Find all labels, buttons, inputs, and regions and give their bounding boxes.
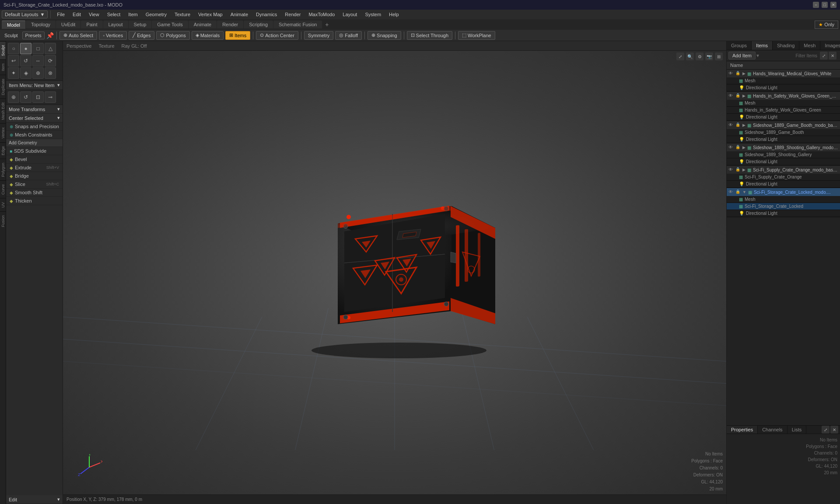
viewport-render-label[interactable]: Texture — [98, 43, 114, 49]
tool-redo-icon[interactable]: ↺ — [20, 55, 32, 66]
vert-tab-uv[interactable]: UV — [0, 198, 6, 211]
vert-tab-mesh-edit[interactable]: Mesh Edit — [0, 98, 6, 123]
menu-geometry[interactable]: Geometry — [142, 11, 170, 18]
item-group-header-storage-crate[interactable]: 👁 🔒 ▼ ▦ Sci-Fi_Storage_Crate_Locked_modo… — [727, 188, 840, 196]
items-close-icon[interactable]: ✕ — [829, 52, 836, 60]
item-sub-directional-light-3[interactable]: 💡 Directional Light — [727, 136, 840, 143]
menu-select[interactable]: Select — [104, 11, 124, 18]
eye-icon-3[interactable]: 👁 — [728, 122, 734, 128]
tool-circle-icon[interactable]: ○ — [8, 43, 19, 54]
tab-setup[interactable]: Setup — [129, 21, 152, 28]
item-sub-mesh-2[interactable]: ▦ Mesh — [727, 100, 840, 107]
tab-mesh[interactable]: Mesh — [799, 41, 820, 50]
chevron-icon-4[interactable]: ▶ — [742, 145, 746, 150]
tab-animate[interactable]: Animate — [189, 21, 217, 28]
item-sub-directional-light-2[interactable]: 💡 Directional Light — [727, 114, 840, 121]
select-through-button[interactable]: ⊡ Select Through — [407, 31, 452, 40]
viewport-canvas[interactable]: ⤢ 🔍 ⚙ 📷 ⊞ X Y Z — [63, 51, 726, 494]
mesh-constraints-item[interactable]: ⊕ Mesh Constraints — [6, 131, 63, 139]
item-sub-directional-light-4[interactable]: 💡 Directional Light — [727, 158, 840, 165]
item-sub-mesh-1[interactable]: ▦ Mesh — [727, 77, 840, 84]
presets-pin-icon[interactable]: 📌 — [46, 32, 54, 39]
transform-extra-icon[interactable]: ⊸ — [45, 91, 56, 103]
menu-animate[interactable]: Animate — [227, 11, 252, 18]
add-geometry-header[interactable]: Add Geometry — [6, 139, 63, 147]
tab-render[interactable]: Render — [217, 21, 243, 28]
vert-tab-item[interactable]: Item — [0, 60, 6, 75]
tab-topology[interactable]: Topology — [26, 21, 56, 28]
chevron-icon[interactable]: ▶ — [742, 71, 746, 76]
add-tab-button[interactable]: + — [322, 20, 331, 29]
bottom-tab-channels[interactable]: Channels — [758, 426, 787, 434]
viewport-settings-icon[interactable]: ⚙ — [696, 52, 704, 60]
tab-scripting[interactable]: Scripting — [244, 21, 273, 28]
tab-model[interactable]: Model — [2, 21, 25, 29]
tab-uvedit[interactable]: UvEdit — [56, 21, 80, 28]
tool-dot-icon[interactable]: ● — [20, 43, 32, 54]
menu-view[interactable]: View — [85, 11, 103, 18]
bottom-tab-lists[interactable]: Lists — [788, 426, 807, 434]
layout-dropdown[interactable]: Default Layouts ▼ — [2, 10, 48, 18]
close-button[interactable]: ✕ — [830, 2, 836, 8]
maximize-button[interactable]: □ — [822, 2, 828, 8]
item-sub-directional-light-6[interactable]: 💡 Directional Light — [727, 210, 840, 217]
tool-square-icon[interactable]: □ — [32, 43, 44, 54]
tool-star-icon[interactable]: ✦ — [8, 67, 19, 79]
bevel-item[interactable]: ◆ Bevel — [6, 155, 63, 164]
vert-tab-duplicate[interactable]: Duplicate — [0, 75, 6, 99]
menu-file[interactable]: File — [53, 11, 68, 18]
vert-tab-edge[interactable]: Edge — [0, 142, 6, 159]
center-selected-dropdown[interactable]: Center Selected ▾ — [6, 114, 63, 122]
tool-grid-icon[interactable]: ◈ — [20, 67, 32, 79]
lock-icon-6[interactable]: 🔒 — [735, 189, 741, 195]
lock-icon-2[interactable]: 🔒 — [735, 93, 741, 98]
bottom-expand-icon[interactable]: ⤢ — [822, 426, 830, 434]
more-transforms-dropdown[interactable]: More Transforms ▾ — [6, 105, 63, 114]
tool-undo-icon[interactable]: ↩ — [8, 55, 19, 66]
eye-icon-2[interactable]: 👁 — [728, 93, 734, 98]
tool-rotate-icon[interactable]: ⟳ — [45, 55, 56, 66]
lock-icon-3[interactable]: 🔒 — [735, 122, 741, 128]
slice-item[interactable]: ◆ Slice Shift+C — [6, 180, 63, 189]
item-sub-sideshow-gallery[interactable]: ▦ Sideshow_1889_Shooting_Gallery — [727, 151, 840, 158]
item-group-header-supply-crate[interactable]: 👁 🔒 ▶ ▦ Sci-Fi_Supply_Crate_Orange_modo_… — [727, 166, 840, 174]
edges-button[interactable]: ╱ Edges — [129, 31, 154, 40]
item-menu-dropdown[interactable]: Item Menu: New Item ▾ — [6, 81, 63, 90]
tab-schematic-fusion[interactable]: Schematic Fusion — [273, 21, 322, 28]
tab-items[interactable]: Items — [752, 41, 773, 50]
tool-triangle-icon[interactable]: △ — [45, 43, 56, 54]
bridge-item[interactable]: ◆ Bridge — [6, 172, 63, 180]
snapping-button[interactable]: ⊕ Snapping — [368, 31, 401, 40]
item-sub-supply-crate[interactable]: ▦ Sci-Fi_Supply_Crate_Orange — [727, 174, 840, 181]
eye-icon-4[interactable]: 👁 — [728, 145, 734, 150]
menu-vertex-map[interactable]: Vertex Map — [195, 11, 226, 18]
menu-edit[interactable]: Edit — [69, 11, 84, 18]
item-sub-mesh-storage[interactable]: ▦ Mesh — [727, 196, 840, 203]
bottom-close-icon[interactable]: ✕ — [830, 426, 838, 434]
tab-game-tools[interactable]: Game Tools — [152, 21, 188, 28]
tab-shading[interactable]: Shading — [773, 41, 799, 50]
vert-tab-polygon[interactable]: Polygon — [0, 159, 6, 181]
item-group-header-hands-safety[interactable]: 👁 🔒 ▶ ▦ Hands_in_Safety_Work_Gloves_Gree… — [727, 92, 840, 100]
chevron-icon-2[interactable]: ▶ — [742, 94, 746, 98]
items-expand-icon[interactable]: ⤢ — [820, 52, 828, 60]
sds-subdivide-item[interactable]: ■ SDS Subdivide — [6, 147, 63, 155]
menu-dynamics[interactable]: Dynamics — [252, 11, 280, 18]
symmetry-button[interactable]: Symmetry — [304, 31, 334, 40]
bottom-tab-properties[interactable]: Properties — [727, 426, 758, 434]
thicken-item[interactable]: ◆ Thicken — [6, 197, 63, 205]
presets-button[interactable]: Presets — [22, 32, 45, 39]
items-list[interactable]: 👁 🔒 ▶ ▦ Hands_Wearing_Medical_Gloves_Whi… — [727, 70, 840, 425]
materials-button[interactable]: ◈ Materials — [192, 31, 224, 40]
viewport-search-icon[interactable]: 🔍 — [686, 52, 694, 60]
item-group-header-hands-medical[interactable]: 👁 🔒 ▶ ▦ Hands_Wearing_Medical_Gloves_Whi… — [727, 70, 840, 77]
vert-tab-sculpt[interactable]: Sculpt — [0, 41, 6, 60]
menu-maxtomodo[interactable]: MaxToModo — [305, 11, 338, 18]
lock-icon[interactable]: 🔒 — [735, 71, 741, 76]
tab-groups[interactable]: Groups — [727, 41, 752, 50]
viewport-camera-icon[interactable]: 📷 — [705, 52, 713, 60]
item-sub-directional-light-1[interactable]: 💡 Directional Light — [727, 84, 840, 91]
tab-layout[interactable]: Layout — [103, 21, 128, 28]
auto-select-button[interactable]: ⊕ Auto Select — [60, 31, 97, 40]
vertices-button[interactable]: ◦ Vertices — [99, 31, 127, 40]
